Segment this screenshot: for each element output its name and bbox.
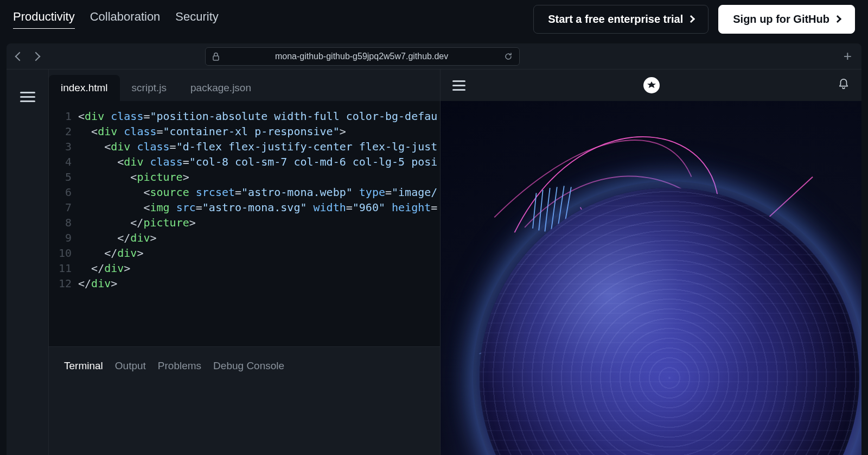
svg-rect-0 bbox=[213, 56, 219, 60]
preview-header bbox=[441, 69, 861, 101]
nav-tab-security[interactable]: Security bbox=[175, 10, 218, 29]
back-icon[interactable] bbox=[15, 52, 24, 61]
bottom-panel: Terminal Output Problems Debug Console bbox=[49, 346, 440, 455]
svg-line-1 bbox=[533, 193, 537, 229]
preview-menu-icon[interactable] bbox=[452, 78, 465, 93]
lock-icon bbox=[212, 52, 220, 61]
nav-buttons: Start a free enterprise trial Sign up fo… bbox=[533, 5, 855, 34]
github-logo-icon bbox=[643, 77, 660, 93]
panel-tab-debug[interactable]: Debug Console bbox=[213, 360, 284, 372]
nav-tab-productivity[interactable]: Productivity bbox=[13, 10, 75, 29]
file-tab-index[interactable]: index.html bbox=[49, 75, 120, 101]
chevron-right-icon bbox=[834, 15, 841, 23]
menu-icon[interactable] bbox=[20, 89, 35, 455]
file-tab-script[interactable]: script.js bbox=[120, 75, 178, 101]
file-tab-package[interactable]: package.json bbox=[178, 75, 263, 101]
bell-icon[interactable] bbox=[838, 78, 850, 92]
sign-up-button[interactable]: Sign up for GitHub bbox=[718, 5, 855, 34]
start-trial-label: Start a free enterprise trial bbox=[548, 13, 683, 26]
panel-tab-output[interactable]: Output bbox=[115, 360, 146, 372]
svg-line-3 bbox=[545, 188, 550, 231]
file-tabs: index.html script.js package.json bbox=[49, 69, 440, 101]
top-nav: Productivity Collaboration Security Star… bbox=[0, 0, 868, 38]
nav-tabs: Productivity Collaboration Security bbox=[13, 10, 219, 29]
code-editor[interactable]: 123456789101112 <div class="position-abs… bbox=[49, 101, 440, 346]
history-nav bbox=[16, 53, 39, 60]
forward-icon[interactable] bbox=[31, 52, 41, 61]
sign-up-label: Sign up for GitHub bbox=[733, 13, 829, 26]
nav-tab-collaboration[interactable]: Collaboration bbox=[90, 10, 161, 29]
code-content: <div class="position-absolute width-full… bbox=[78, 109, 440, 346]
refresh-icon[interactable] bbox=[504, 52, 513, 61]
preview-column bbox=[441, 69, 861, 455]
ide-window: mona-github-github-g59jpq2w5w7.github.de… bbox=[7, 43, 861, 455]
new-tab-icon[interactable]: + bbox=[844, 48, 852, 65]
activity-bar bbox=[7, 69, 49, 455]
line-gutter: 123456789101112 bbox=[49, 109, 78, 346]
panel-tab-problems[interactable]: Problems bbox=[158, 360, 201, 372]
panel-tab-terminal[interactable]: Terminal bbox=[64, 360, 103, 372]
url-bar[interactable]: mona-github-github-g59jpq2w5w7.github.de… bbox=[205, 47, 520, 66]
panel-tabs: Terminal Output Problems Debug Console bbox=[49, 347, 440, 385]
ide-body: index.html script.js package.json 123456… bbox=[7, 69, 861, 455]
ide-titlebar: mona-github-github-g59jpq2w5w7.github.de… bbox=[7, 43, 861, 69]
start-trial-button[interactable]: Start a free enterprise trial bbox=[533, 5, 709, 34]
chevron-right-icon bbox=[687, 15, 695, 23]
url-text: mona-github-github-g59jpq2w5w7.github.de… bbox=[225, 52, 499, 61]
preview-canvas bbox=[441, 101, 861, 455]
editor-column: index.html script.js package.json 123456… bbox=[49, 69, 441, 455]
